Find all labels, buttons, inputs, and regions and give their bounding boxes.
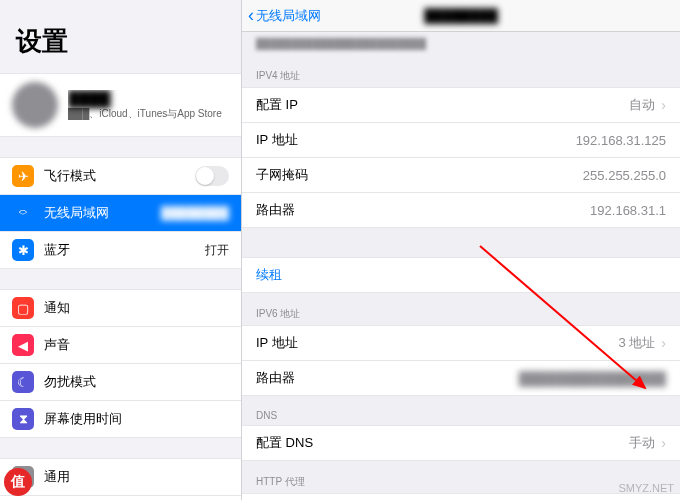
- profile-sub: ███、iCloud、iTunes与App Store: [68, 107, 229, 121]
- sidebar-label: 勿扰模式: [44, 373, 229, 391]
- chevron-right-icon: ›: [661, 335, 666, 351]
- row-value: 自动: [629, 96, 655, 114]
- renew-group: 续租: [242, 257, 680, 293]
- airplane-switch[interactable]: [195, 166, 229, 186]
- dns-group: 配置 DNS手动›: [242, 425, 680, 461]
- row-配置 IP[interactable]: 配置 IP自动›: [242, 88, 680, 123]
- sidebar-value: 打开: [205, 242, 229, 259]
- row-label: IP 地址: [256, 131, 576, 149]
- settings-title: 设置: [0, 0, 241, 73]
- nav-bar: ‹ 无线局域网 ████████: [242, 0, 680, 32]
- sidebar-label: 蓝牙: [44, 241, 205, 259]
- sidebar-icon: ◀: [12, 334, 34, 356]
- row-value: 3 地址: [618, 334, 655, 352]
- row-IP 地址[interactable]: IP 地址3 地址›: [242, 326, 680, 361]
- chevron-left-icon: ‹: [248, 5, 254, 26]
- sidebar-group-1: ✈飞行模式⌔无线局域网████████✱蓝牙打开: [0, 157, 241, 269]
- sidebar-item-控制中心[interactable]: ⊟控制中心: [0, 496, 241, 500]
- sidebar-item-通用[interactable]: ⚙通用: [0, 459, 241, 496]
- sidebar-item-勿扰模式[interactable]: ☾勿扰模式: [0, 364, 241, 401]
- sidebar-icon: ☾: [12, 371, 34, 393]
- sidebar-item-屏幕使用时间[interactable]: ⧗屏幕使用时间: [0, 401, 241, 437]
- row-value: ████████████████: [519, 371, 666, 386]
- sidebar-group-2: ▢通知◀声音☾勿扰模式⧗屏幕使用时间: [0, 289, 241, 438]
- row-label: 子网掩码: [256, 166, 583, 184]
- row-label: 路由器: [256, 369, 519, 387]
- sidebar-value: ████████: [161, 206, 229, 220]
- settings-sidebar: 设置 ████ ███、iCloud、iTunes与App Store ✈飞行模…: [0, 0, 242, 500]
- sidebar-item-无线局域网[interactable]: ⌔无线局域网████████: [0, 195, 241, 232]
- row-label: 配置 DNS: [256, 434, 629, 452]
- proxy-header: HTTP 代理: [242, 461, 680, 493]
- sidebar-icon: ▢: [12, 297, 34, 319]
- back-button[interactable]: ‹ 无线局域网: [248, 5, 321, 26]
- ipv4-header: IPV4 地址: [242, 55, 680, 87]
- row-value: 192.168.31.125: [576, 133, 666, 148]
- sidebar-label: 屏幕使用时间: [44, 410, 229, 428]
- chevron-right-icon: ›: [661, 97, 666, 113]
- sidebar-icon: ⌔: [12, 202, 34, 224]
- chevron-right-icon: ›: [661, 435, 666, 451]
- sidebar-group-3: ⚙通用⊟控制中心A显示与亮度: [0, 458, 241, 500]
- avatar: [12, 82, 58, 128]
- proxy-group: 配置代理关闭›: [242, 493, 680, 500]
- row-配置 DNS[interactable]: 配置 DNS手动›: [242, 426, 680, 460]
- sidebar-label: 无线局域网: [44, 204, 161, 222]
- ipv6-header: IPV6 地址: [242, 293, 680, 325]
- sidebar-icon: ✈: [12, 165, 34, 187]
- dns-header: DNS: [242, 396, 680, 425]
- row-label: IP 地址: [256, 334, 618, 352]
- watermark: SMYZ.NET: [618, 482, 674, 494]
- detail-pane: ‹ 无线局域网 ████████ ███████████████████████…: [242, 0, 680, 500]
- renew-lease-button[interactable]: 续租: [242, 258, 680, 292]
- site-badge: 值: [4, 468, 32, 496]
- row-子网掩码: 子网掩码255.255.255.0: [242, 158, 680, 193]
- sidebar-icon: ⧗: [12, 408, 34, 430]
- row-IP 地址: IP 地址192.168.31.125: [242, 123, 680, 158]
- row-label: 配置 IP: [256, 96, 629, 114]
- ipv4-group: 配置 IP自动›IP 地址192.168.31.125子网掩码255.255.2…: [242, 87, 680, 228]
- profile-name: ████: [68, 90, 229, 107]
- row-路由器: 路由器192.168.31.1: [242, 193, 680, 227]
- sidebar-label: 通用: [44, 468, 229, 486]
- row-路由器: 路由器████████████████: [242, 361, 680, 395]
- detail-scroll[interactable]: ████████████████████████ IPV4 地址 配置 IP自动…: [242, 32, 680, 500]
- back-label: 无线局域网: [256, 7, 321, 25]
- sidebar-item-通知[interactable]: ▢通知: [0, 290, 241, 327]
- row-label: 路由器: [256, 201, 590, 219]
- row-value: 192.168.31.1: [590, 203, 666, 218]
- row-value: 255.255.255.0: [583, 168, 666, 183]
- profile-row[interactable]: ████ ███、iCloud、iTunes与App Store: [0, 73, 241, 137]
- row-value: 手动: [629, 434, 655, 452]
- sidebar-label: 飞行模式: [44, 167, 195, 185]
- sidebar-item-声音[interactable]: ◀声音: [0, 327, 241, 364]
- sidebar-label: 通知: [44, 299, 229, 317]
- row-配置代理[interactable]: 配置代理关闭›: [242, 494, 680, 500]
- ipv6-group: IP 地址3 地址›路由器████████████████: [242, 325, 680, 396]
- sidebar-item-飞行模式[interactable]: ✈飞行模式: [0, 158, 241, 195]
- sidebar-label: 声音: [44, 336, 229, 354]
- sidebar-icon: ✱: [12, 239, 34, 261]
- hint-text: ████████████████████████: [242, 32, 680, 55]
- sidebar-item-蓝牙[interactable]: ✱蓝牙打开: [0, 232, 241, 268]
